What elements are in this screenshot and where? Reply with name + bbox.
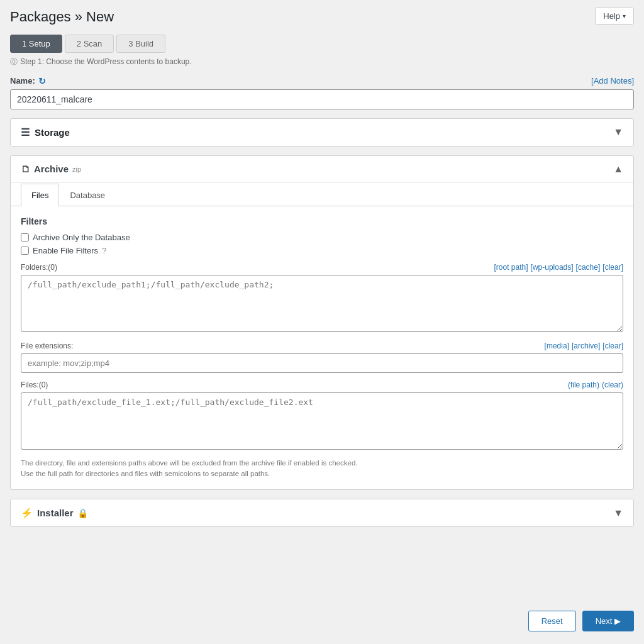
next-button[interactable]: Next ▶: [582, 611, 634, 631]
extensions-archive-link[interactable]: [archive]: [572, 341, 600, 350]
folders-clear-link[interactable]: [clear]: [602, 263, 623, 272]
files-clear-link[interactable]: (clear): [602, 380, 623, 389]
files-label-row: Files:(0) (file path) (clear): [21, 380, 623, 389]
name-row: Name: ↻ [Add Notes]: [10, 76, 634, 86]
help-button[interactable]: Help ▾: [595, 8, 634, 25]
steps-bar: 1 Setup 2 Scan 3 Build: [10, 35, 634, 53]
extensions-media-link[interactable]: [media]: [545, 341, 569, 350]
folders-label-row: Folders:(0) [root path] [wp-uploads] [ca…: [21, 263, 623, 272]
name-label: Name: ↻: [10, 76, 46, 86]
page-title: Packages » New: [10, 8, 114, 27]
storage-section: ☰ Storage ▼: [10, 118, 634, 147]
storage-icon: ☰: [21, 126, 30, 138]
archive-file-icon: 🗋: [21, 164, 30, 174]
help-tooltip-icon[interactable]: ?: [102, 246, 106, 255]
tabs-row: Files Database: [11, 183, 633, 206]
bolt-icon: ⚡: [21, 507, 33, 519]
storage-header[interactable]: ☰ Storage ▼: [11, 119, 633, 146]
tab-database[interactable]: Database: [59, 184, 116, 206]
file-extensions-label: File extensions:: [21, 341, 73, 350]
help-chevron-icon: ▾: [623, 13, 626, 19]
folders-label: Folders:(0): [21, 263, 57, 272]
installer-section: ⚡ Installer 🔒 ▼: [10, 499, 634, 527]
folders-root-path-link[interactable]: [root path]: [494, 263, 528, 272]
step-1-setup[interactable]: 1 Setup: [10, 35, 62, 53]
name-input[interactable]: [10, 89, 634, 109]
archive-body: Files Database Filters Archive Only the …: [11, 183, 633, 490]
file-extensions-label-row: File extensions: [media] [archive] [clea…: [21, 341, 623, 350]
hint-text: The directory, file and extensions paths…: [21, 458, 623, 480]
step-hint: ⓪ Step 1: Choose the WordPress contents …: [10, 57, 634, 67]
folders-wp-uploads-link[interactable]: [wp-uploads]: [531, 263, 574, 272]
archive-section: 🗋 Archive zip ▲ Files Database Filters A…: [10, 155, 634, 491]
archive-only-checkbox-row: Archive Only the Database: [21, 233, 623, 242]
step-2-scan[interactable]: 2 Scan: [65, 35, 114, 53]
reset-button[interactable]: Reset: [528, 611, 576, 631]
extensions-clear-link[interactable]: [clear]: [602, 341, 623, 350]
footer-buttons: Reset Next ▶: [528, 603, 634, 634]
archive-only-label: Archive Only the Database: [33, 233, 130, 242]
folders-cache-link[interactable]: [cache]: [576, 263, 601, 272]
step-3-build[interactable]: 3 Build: [116, 35, 165, 53]
enable-filters-label: Enable File Filters: [33, 246, 98, 255]
tab-files[interactable]: Files: [21, 184, 59, 206]
archive-chevron-icon: ▲: [613, 164, 623, 175]
add-notes-link[interactable]: [Add Notes]: [591, 76, 634, 86]
files-textarea[interactable]: [21, 392, 623, 450]
files-links: (file path) (clear): [568, 380, 623, 389]
enable-filters-checkbox-row: Enable File Filters ?: [21, 246, 623, 255]
refresh-icon[interactable]: ↻: [38, 76, 46, 86]
folders-textarea[interactable]: [21, 275, 623, 332]
files-tab-content: Filters Archive Only the Database Enable…: [11, 206, 633, 490]
files-file-path-link[interactable]: (file path): [568, 380, 599, 389]
file-extensions-links: [media] [archive] [clear]: [545, 341, 623, 350]
files-field-row: Files:(0) (file path) (clear): [21, 380, 623, 452]
lock-icon: 🔒: [77, 508, 88, 518]
folders-field-row: Folders:(0) [root path] [wp-uploads] [ca…: [21, 263, 623, 334]
files-label: Files:(0): [21, 380, 48, 389]
archive-only-checkbox[interactable]: [21, 233, 29, 242]
file-extensions-field-row: File extensions: [media] [archive] [clea…: [21, 341, 623, 373]
filters-title: Filters: [21, 216, 623, 226]
folders-links: [root path] [wp-uploads] [cache] [clear]: [494, 263, 623, 272]
file-extensions-input[interactable]: [21, 353, 623, 373]
enable-filters-checkbox[interactable]: [21, 247, 29, 255]
archive-header[interactable]: 🗋 Archive zip ▲: [11, 156, 633, 183]
wordpress-icon: ⓪: [10, 57, 18, 67]
installer-chevron-icon: ▼: [613, 508, 623, 519]
storage-chevron-icon: ▼: [613, 126, 623, 138]
installer-header[interactable]: ⚡ Installer 🔒 ▼: [11, 499, 633, 526]
